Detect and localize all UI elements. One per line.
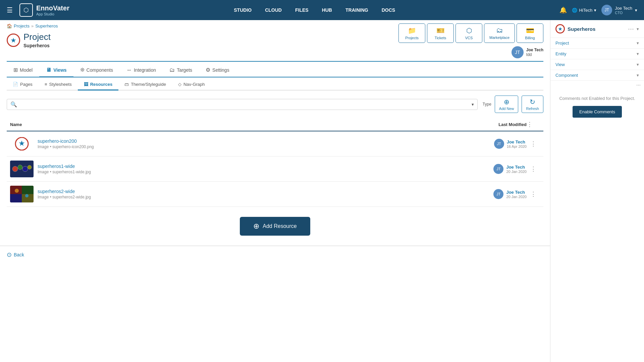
section-project-chevron-icon[interactable]: ▾ [637, 41, 639, 46]
user-area[interactable]: JT Joe Tech CTO ▾ [601, 5, 637, 15]
subtab-theme[interactable]: 🗃 Theme/Styleguide [118, 79, 172, 90]
svg-point-3 [12, 166, 18, 172]
nav-hub[interactable]: HUB [322, 7, 332, 13]
project-star-icon: ★ [7, 34, 20, 47]
enable-comments-label: Enable Comments [579, 109, 615, 114]
row-more-icon[interactable]: ⋮ [530, 190, 536, 198]
table-header-more-icon[interactable]: ⋮ [527, 121, 533, 128]
panel-chevron-icon[interactable]: ▾ [637, 26, 639, 32]
nav-docs[interactable]: DOCS [382, 7, 395, 13]
add-resource-button[interactable]: ⊕ Add Resource [240, 217, 310, 236]
resource-thumbnail [10, 186, 34, 202]
logo-subtitle: App Studio [36, 12, 69, 16]
user-name: Joe Tech [615, 6, 632, 11]
section-view-label: View [555, 62, 565, 67]
billing-icon: 💳 [526, 26, 534, 35]
tab-settings[interactable]: ⚙ Settings [199, 63, 236, 77]
settings-icon: ⚙ [206, 67, 210, 73]
search-bar-row: 🔍 ▾ Type ⊕ Add New ↻ Refresh [0, 90, 550, 118]
tab-projects[interactable]: 📁 Projects [398, 23, 425, 43]
svg-rect-10 [10, 194, 22, 202]
project-right: 📁 Projects 🎫 Tickets ⬡ VCS 🗂 Marketplace [398, 23, 543, 58]
breadcrumb-separator: » [31, 23, 34, 28]
tab-views[interactable]: 🖥 Views [39, 63, 73, 77]
svg-point-12 [15, 189, 19, 193]
tab-integration[interactable]: ↔ Integration [120, 63, 163, 77]
user-badge: JT Joe Tech tdd [512, 46, 543, 58]
search-chevron-icon[interactable]: ▾ [472, 102, 474, 107]
tab-billing[interactable]: 💳 Billing [517, 23, 543, 43]
svg-rect-9 [22, 186, 34, 194]
col-modified-header: Last Modified [460, 122, 527, 127]
subtab-stylesheets[interactable]: ≡ Stylesheets [39, 79, 78, 90]
section-entity-chevron-icon[interactable]: ▾ [637, 51, 639, 56]
tab-tickets[interactable]: 🎫 Tickets [427, 23, 454, 43]
subtab-navgraph[interactable]: ◇ Nav-Graph [172, 79, 211, 90]
row-actions: ⋮ [527, 165, 540, 173]
add-resource-wrap: ⊕ Add Resource [0, 207, 550, 246]
tab-targets[interactable]: 🗂 Targets [163, 63, 199, 77]
user-badge-info: Joe Tech tdd [526, 48, 543, 57]
nav-studio[interactable]: STUDIO [234, 7, 252, 13]
logo-area: ⬡ EnnoVater App Studio [19, 3, 69, 17]
bottom-bar: ⊙ Back [0, 246, 550, 263]
panel-title: Superheros [568, 26, 595, 32]
projects-link[interactable]: Projects [14, 23, 30, 28]
resource-name[interactable]: superheros2-wide [38, 189, 460, 194]
comments-more-icon[interactable]: ⋯ [636, 82, 641, 87]
nav-right: 🔔 🌐 HiTech ▾ JT Joe Tech CTO ▾ [559, 5, 637, 15]
resource-name[interactable]: superheros1-wide [38, 164, 460, 169]
refresh-button[interactable]: ↻ Refresh [522, 96, 543, 113]
modifier-info: Joe Tech 20 Jan 2020 [506, 190, 527, 199]
tab-model[interactable]: ⊞ Model [7, 63, 39, 77]
tab-vcs[interactable]: ⬡ VCS [455, 23, 482, 43]
tab-integration-label: Integration [134, 67, 156, 73]
owner-name: Joe Tech [526, 48, 543, 52]
nav-links: STUDIO CLOUD FILES HUB TRAINING DOCS [76, 7, 553, 13]
nav-files[interactable]: FILES [295, 7, 309, 13]
resources-icon: 🖼 [84, 82, 88, 87]
add-new-button[interactable]: ⊕ Add New [495, 96, 519, 113]
subtab-pages[interactable]: 📄 Pages [7, 79, 39, 90]
panel-section-component: Component ▾ [550, 70, 644, 81]
resource-info: superheros1-wide Image • superheros1-wid… [38, 164, 460, 174]
panel-section-project: Project ▾ [550, 38, 644, 49]
col-actions-header: ⋮ [527, 121, 540, 128]
tab-marketplace[interactable]: 🗂 Marketplace [484, 23, 515, 43]
nav-cloud[interactable]: CLOUD [265, 7, 282, 13]
hamburger-icon[interactable]: ☰ [7, 6, 13, 14]
add-resource-label: Add Resource [263, 223, 297, 229]
section-entity-label: Entity [555, 51, 567, 56]
comments-text: Comments not Enabled for this Project. [555, 96, 639, 101]
refresh-label: Refresh [526, 107, 539, 111]
add-new-icon: ⊕ [504, 98, 509, 106]
subtab-resources[interactable]: 🖼 Resources [78, 79, 118, 90]
section-project-label: Project [555, 41, 569, 46]
org-selector[interactable]: 🌐 HiTech ▾ [572, 8, 596, 13]
row-more-icon[interactable]: ⋮ [530, 140, 536, 147]
tab-components[interactable]: ❊ Components [73, 63, 120, 77]
resources-table: Name Last Modified ⋮ ★ superhero-icon200… [7, 118, 543, 207]
globe-icon: 🌐 [572, 8, 577, 13]
nav-training[interactable]: TRAINING [345, 7, 368, 13]
section-view-chevron-icon[interactable]: ▾ [637, 62, 639, 67]
svg-point-4 [18, 165, 22, 170]
resource-name[interactable]: superhero-icon200 [38, 138, 460, 144]
svg-point-13 [25, 194, 29, 197]
back-icon: ⊙ [7, 251, 12, 258]
back-button[interactable]: ⊙ Back [7, 251, 24, 258]
panel-more-icon[interactable]: ⋯ [628, 25, 634, 33]
table-row: superheros1-wide Image • superheros1-wid… [7, 157, 543, 182]
subtab-theme-label: Theme/Styleguide [131, 82, 166, 87]
modifier-info: Joe Tech 16 Apr 2020 [507, 139, 527, 148]
home-icon[interactable]: 🏠 [7, 23, 12, 28]
modifier-date: 16 Apr 2020 [507, 144, 527, 148]
marketplace-icon: 🗂 [496, 26, 503, 34]
modifier-info: Joe Tech 20 Jan 2020 [506, 165, 527, 174]
main-tabs: ⊞ Model 🖥 Views ❊ Components ↔ Integrati… [7, 62, 543, 77]
bell-icon[interactable]: 🔔 [559, 6, 567, 14]
row-more-icon[interactable]: ⋮ [530, 165, 536, 173]
section-component-chevron-icon[interactable]: ▾ [637, 73, 639, 78]
search-input[interactable] [17, 102, 470, 107]
enable-comments-button[interactable]: Enable Comments [573, 106, 622, 118]
